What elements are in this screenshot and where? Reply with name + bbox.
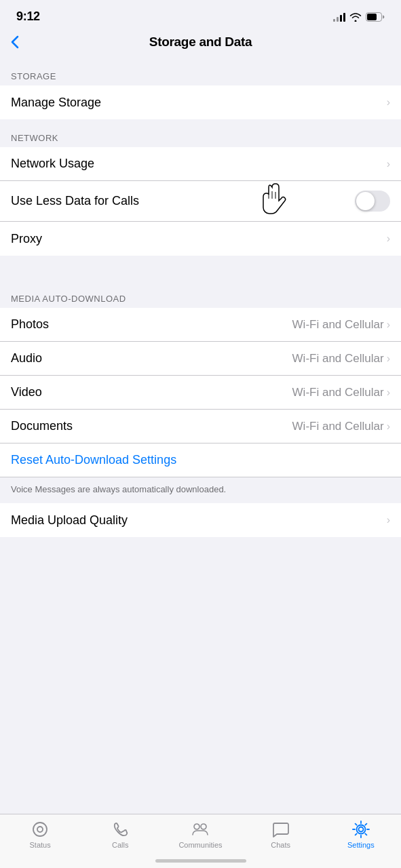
audio-value: Wi-Fi and Cellular [292,352,384,366]
svg-point-4 [194,824,199,829]
network-list: Network Usage › Use Less Data for Calls … [0,147,401,256]
media-upload-quality-label: Media Upload Quality [11,513,128,528]
video-label: Video [11,385,42,399]
reset-row: Reset Auto-Download Settings [0,443,401,477]
reset-auto-download-button[interactable]: Reset Auto-Download Settings [11,453,176,467]
video-value: Wi-Fi and Cellular [292,386,384,399]
svg-point-6 [358,827,363,832]
documents-chevron: › [387,420,390,433]
proxy-item[interactable]: Proxy › [0,222,401,256]
svg-point-5 [201,824,206,829]
home-indicator [155,859,246,863]
toggle-thumb [356,192,375,210]
network-section-header: NETWORK [0,119,401,147]
tab-calls-label: Calls [112,841,128,849]
tab-communities-label: Communities [178,841,222,849]
audio-label: Audio [11,351,42,366]
chats-icon [271,820,290,839]
documents-item[interactable]: Documents Wi-Fi and Cellular › [0,410,401,443]
tab-settings-label: Settings [347,841,375,849]
use-less-data-toggle[interactable] [355,191,390,212]
proxy-label: Proxy [11,232,42,246]
nav-bar: Storage and Data [0,29,401,58]
photos-value: Wi-Fi and Cellular [292,318,384,332]
spacer-1 [0,256,401,280]
media-download-list: Photos Wi-Fi and Cellular › Audio Wi-Fi … [0,308,401,477]
tab-status[interactable]: Status [13,820,67,849]
back-button[interactable] [11,35,19,49]
status-time: 9:12 [16,9,40,24]
manage-storage-item[interactable]: Manage Storage › [0,85,401,119]
note-row: Voice Messages are always automatically … [0,477,401,503]
tab-status-label: Status [30,841,51,849]
svg-point-7 [356,825,365,834]
tab-chats[interactable]: Chats [254,820,308,849]
manage-storage-chevron: › [387,96,390,108]
storage-section-header: STORAGE [0,58,401,85]
svg-point-2 [33,823,47,836]
proxy-chevron: › [387,233,390,245]
media-upload-quality-item[interactable]: Media Upload Quality › [0,503,401,537]
photos-item[interactable]: Photos Wi-Fi and Cellular › [0,308,401,342]
network-usage-label: Network Usage [11,157,94,171]
status-icons [333,12,385,22]
network-usage-item[interactable]: Network Usage › [0,147,401,181]
media-quality-list: Media Upload Quality › [0,503,401,537]
svg-point-3 [37,827,43,832]
audio-item[interactable]: Audio Wi-Fi and Cellular › [0,342,401,376]
network-usage-chevron: › [387,158,390,170]
svg-rect-1 [367,14,377,20]
media-download-section-header: MEDIA AUTO-DOWNLOAD [0,280,401,308]
page-title: Storage and Data [149,35,252,50]
documents-value: Wi-Fi and Cellular [292,420,384,433]
photos-chevron: › [387,319,390,331]
wifi-icon [349,12,362,22]
use-less-data-label: Use Less Data for Calls [11,194,139,208]
tab-settings[interactable]: Settings [334,820,388,849]
documents-label: Documents [11,419,73,433]
calls-icon [111,820,130,839]
note-text: Voice Messages are always automatically … [11,484,226,494]
battery-icon [366,12,385,22]
storage-list: Manage Storage › [0,85,401,119]
tab-communities[interactable]: Communities [173,820,227,849]
communities-icon [191,820,210,839]
video-item[interactable]: Video Wi-Fi and Cellular › [0,376,401,410]
status-icon [31,820,50,839]
signal-icon [333,12,345,22]
video-chevron: › [387,387,390,399]
photos-label: Photos [11,317,49,332]
use-less-data-item[interactable]: Use Less Data for Calls [0,181,401,222]
manage-storage-label: Manage Storage [11,96,101,110]
audio-chevron: › [387,353,390,365]
tab-chats-label: Chats [271,841,290,849]
settings-icon [351,820,370,839]
media-upload-quality-chevron: › [387,514,390,526]
tab-calls[interactable]: Calls [93,820,147,849]
status-bar: 9:12 [0,0,401,29]
